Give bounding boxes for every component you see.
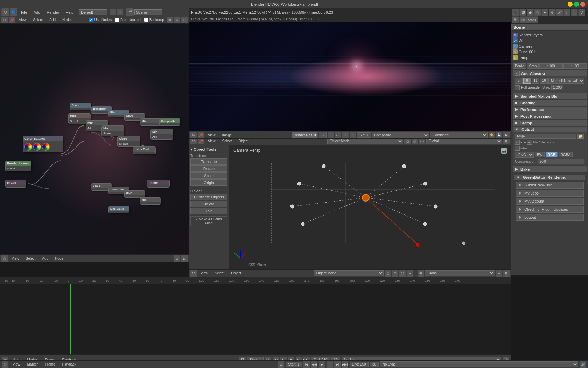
vp-bt-select[interactable]: Select: [212, 271, 227, 276]
full-sample-checkbox[interactable]: [515, 85, 520, 90]
status-prev[interactable]: |◀: [303, 361, 310, 368]
vp-bt-shading[interactable]: ◻: [385, 270, 391, 277]
layout-input[interactable]: [79, 9, 107, 15]
ne-pin[interactable]: 📌: [9, 17, 15, 23]
anti-aliasing-header[interactable]: Anti-Aliasing: [513, 70, 587, 76]
status-fastfwd[interactable]: ▶▶|: [342, 361, 348, 368]
status-end[interactable]: End: 250: [350, 362, 369, 367]
menu-file[interactable]: File: [18, 9, 30, 15]
vp-bt-mode[interactable]: Object Mode: [314, 270, 384, 276]
status-view[interactable]: View: [10, 362, 23, 367]
timeline-content[interactable]: [0, 284, 511, 354]
make-all-paths-btn[interactable]: ▾ Make All Paths Absol: [190, 216, 227, 226]
scene-input[interactable]: [134, 9, 162, 15]
aa-size-input[interactable]: 1.000: [551, 85, 564, 90]
res-x-input[interactable]: : 100: [539, 63, 562, 69]
editor-type-icon[interactable]: ⬡: [1, 8, 9, 16]
rr-frame-num[interactable]: 3: [319, 132, 327, 138]
rp-icon-render[interactable]: 🖼: [519, 9, 526, 16]
maximize-button[interactable]: [574, 2, 579, 7]
format-dropdown[interactable]: PNG: [515, 152, 534, 158]
vp-bt-rendered[interactable]: ▪: [407, 270, 413, 277]
rr-zoom-out[interactable]: ×: [350, 132, 356, 138]
translate-btn[interactable]: Translate: [190, 158, 227, 165]
color-rgb-btn[interactable]: RGB: [546, 152, 558, 157]
output-header[interactable]: ▼ Output: [513, 127, 587, 132]
rr-view[interactable]: View: [205, 132, 218, 138]
status-current[interactable]: 30: [370, 362, 379, 367]
rr-pin-icon[interactable]: 📌: [198, 132, 204, 138]
blender-icon[interactable]: 🔵: [10, 8, 18, 16]
rr-color-icon[interactable]: 🎨: [489, 132, 495, 138]
tree-item-renderlayers[interactable]: R RenderLayers: [513, 32, 587, 38]
ne-bottom-view[interactable]: View: [9, 256, 22, 261]
aa-sample-5[interactable]: 5: [515, 78, 523, 84]
rr-full-screen[interactable]: ⛶: [335, 132, 341, 138]
my-jobs-btn[interactable]: My Jobs: [516, 190, 584, 197]
check-updates-btn[interactable]: Check for Plugin Updates: [516, 206, 584, 213]
vp-bt-layers[interactable]: ⊞: [503, 270, 510, 277]
rr-composite-dropdown[interactable]: Composite: [372, 132, 429, 138]
my-account-btn[interactable]: My Account: [516, 198, 584, 205]
rp-icon-texture[interactable]: ⬡: [534, 9, 541, 16]
node-small-1[interactable]: Scale: [70, 103, 91, 110]
status-playback[interactable]: Playback: [59, 362, 79, 367]
join-btn[interactable]: Join: [190, 208, 227, 214]
color-rgba-btn[interactable]: RGBA: [559, 152, 573, 157]
rp-icon-particle[interactable]: ✦: [541, 9, 548, 16]
ne-editor-type[interactable]: ⬡: [1, 17, 8, 23]
rp-icon-data[interactable]: △: [571, 9, 578, 16]
rr-zoom-in[interactable]: +: [342, 132, 349, 138]
vp-bt-texture[interactable]: ◯: [399, 270, 406, 277]
rr-render-icon[interactable]: ▶: [503, 132, 510, 138]
menu-render[interactable]: Render: [44, 9, 62, 15]
node-bottom-4[interactable]: Mix: [140, 197, 161, 205]
bake-header[interactable]: ▶ Bake: [513, 166, 587, 172]
rr-editor-icon[interactable]: 🖼: [190, 132, 197, 138]
origin-btn[interactable]: Origin: [190, 179, 227, 186]
status-sync[interactable]: No Sync: [380, 361, 578, 367]
node-image-1[interactable]: Image: [5, 180, 26, 188]
aa-sample-8[interactable]: 8: [523, 78, 531, 84]
status-next[interactable]: ▶|: [334, 361, 341, 368]
vp-bt-manip[interactable]: ↔: [496, 270, 502, 277]
ne-bottom-add[interactable]: Add: [39, 256, 51, 261]
layout-add-btn[interactable]: +: [110, 9, 116, 15]
node-small-5[interactable]: Mix: [140, 118, 161, 126]
ne-bottom-node[interactable]: Node: [52, 256, 66, 261]
rotate-btn[interactable]: Rotate: [190, 165, 227, 172]
ne-icon-2[interactable]: A: [174, 17, 180, 23]
ne-menu-node[interactable]: Node: [59, 17, 74, 22]
ne-bottom-icon-1[interactable]: ⬡: [1, 255, 8, 262]
node-render-layers[interactable]: Render Layers Scene: [5, 161, 31, 171]
tree-item-lamp[interactable]: L Lamp: [513, 55, 587, 60]
vp-bt-snap[interactable]: ⊞: [418, 270, 424, 277]
file-ext-checkbox[interactable]: [527, 140, 532, 145]
node-bottom-5[interactable]: Map Value: [108, 206, 130, 213]
rr-channel-dropdown[interactable]: Combined: [430, 132, 488, 138]
status-marker[interactable]: Marker: [24, 362, 41, 367]
borde-btn[interactable]: Borde: [513, 63, 526, 69]
color-bw-btn[interactable]: BW: [535, 152, 545, 157]
status-start[interactable]: Start: 1: [286, 362, 302, 367]
sampled-motion-blur-header[interactable]: ▶ Sampled Motion Blur: [513, 93, 587, 99]
status-rewind[interactable]: ◀◀: [311, 361, 317, 368]
submit-new-job-btn[interactable]: Submit New Job: [516, 182, 584, 189]
res-y-input[interactable]: : 100: [564, 63, 587, 69]
vp-menu-object[interactable]: Object: [236, 138, 251, 144]
ne-menu-view[interactable]: View: [16, 17, 29, 22]
crop-btn[interactable]: Crop: [527, 63, 539, 69]
status-anim-icon[interactable]: 🎞: [278, 361, 284, 368]
camera-view-icon[interactable]: 📷: [501, 148, 507, 154]
scene-icon[interactable]: 🎬: [126, 8, 134, 16]
aa-filter-dropdown[interactable]: Mitchell-Netravali: [548, 78, 584, 84]
node-bottom-3[interactable]: Blur: [124, 190, 145, 198]
vp-bt-object[interactable]: Object: [228, 271, 244, 276]
status-play[interactable]: ▶: [319, 361, 325, 368]
duplicate-objects-btn[interactable]: Duplicate Objects: [190, 194, 227, 200]
vp-wire-mode[interactable]: ◯: [419, 138, 425, 144]
vp-viewport-shading[interactable]: ◻: [404, 138, 411, 144]
aa-checkbox[interactable]: [515, 71, 520, 76]
tree-item-cube[interactable]: M Cube.001: [513, 49, 587, 55]
greenbutton-header[interactable]: ▼ GreenButton Rendering: [514, 175, 585, 180]
